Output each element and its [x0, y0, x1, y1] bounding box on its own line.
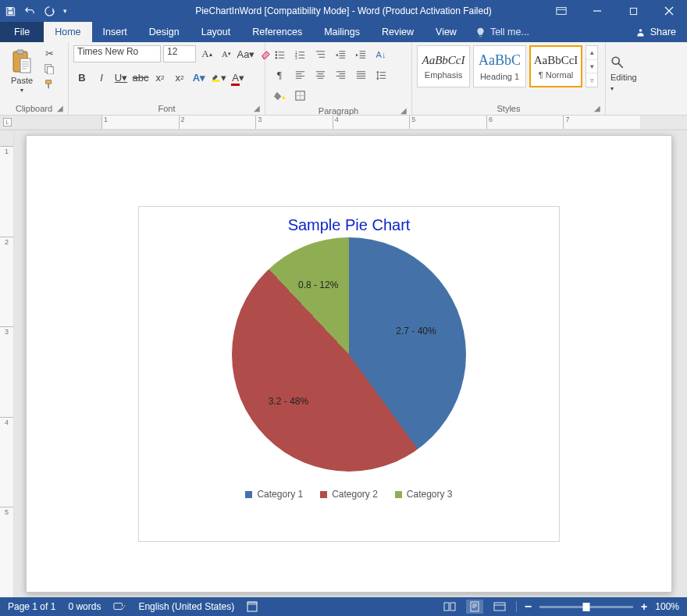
tab-selector[interactable]: L: [3, 118, 12, 126]
styles-expand-icon[interactable]: ▿: [586, 73, 597, 87]
format-painter-button[interactable]: [42, 78, 56, 91]
scissors-icon: ✂: [45, 48, 54, 59]
copy-button[interactable]: [42, 62, 56, 75]
style-emphasis[interactable]: AaBbCcI Emphasis: [417, 45, 470, 87]
text-effects-button[interactable]: A▾: [190, 69, 208, 86]
strikethrough-button[interactable]: abc: [132, 69, 149, 86]
justify-button[interactable]: [351, 66, 370, 84]
line-spacing-icon: [376, 69, 387, 81]
style-normal[interactable]: AaBbCcI ¶ Normal: [529, 45, 582, 87]
close-button[interactable]: [651, 0, 687, 22]
pie-slice-label: 3.2 - 48%: [269, 396, 308, 407]
undo-icon[interactable]: [24, 5, 36, 17]
horizontal-ruler[interactable]: L 1 2 3 4 5 6 7: [0, 116, 687, 130]
grow-font-button[interactable]: A▴: [198, 45, 215, 62]
tab-insert[interactable]: Insert: [92, 22, 138, 42]
style-heading1[interactable]: AaBbC Heading 1: [473, 45, 526, 87]
web-layout-button[interactable]: [491, 600, 508, 614]
tab-file[interactable]: File: [0, 22, 44, 42]
superscript-button[interactable]: x2: [171, 69, 188, 86]
pie-chart: 2.7 - 40%3.2 - 48%0.8 - 12%: [232, 237, 466, 472]
pie-slice-label: 2.7 - 40%: [396, 326, 436, 336]
change-case-button[interactable]: Aa▾: [237, 45, 255, 62]
zoom-slider[interactable]: [539, 606, 633, 608]
svg-rect-8: [212, 80, 220, 81]
italic-button[interactable]: I: [93, 69, 110, 86]
sort-button[interactable]: A↓: [372, 45, 390, 64]
align-center-button[interactable]: [311, 66, 329, 84]
page-indicator[interactable]: Page 1 of 1: [8, 601, 55, 612]
outdent-icon: [335, 49, 347, 61]
legend-swatch: [395, 491, 402, 498]
redo-icon[interactable]: [44, 5, 55, 17]
print-layout-button[interactable]: [466, 600, 483, 614]
cut-button[interactable]: ✂: [42, 47, 56, 59]
svg-rect-20: [247, 602, 257, 605]
bold-button[interactable]: B: [73, 69, 91, 86]
svg-rect-22: [450, 603, 455, 611]
bullets-button[interactable]: [270, 45, 289, 64]
tab-view[interactable]: View: [425, 22, 468, 42]
chevron-up-icon[interactable]: ▴: [586, 46, 597, 60]
ribbon-options-icon[interactable]: [543, 0, 579, 22]
chart-object[interactable]: Sample Pie Chart 2.7 - 40%3.2 - 48%0.8 -…: [138, 206, 560, 542]
legend-swatch: [245, 491, 252, 498]
svg-rect-1: [630, 8, 636, 14]
zoom-in-button[interactable]: +: [641, 600, 647, 613]
document-page[interactable]: Sample Pie Chart 2.7 - 40%3.2 - 48%0.8 -…: [26, 135, 672, 593]
numbering-button[interactable]: 123: [290, 45, 309, 64]
tab-review[interactable]: Review: [371, 22, 425, 42]
zoom-out-button[interactable]: −: [525, 600, 532, 614]
underline-button[interactable]: U▾: [112, 69, 130, 86]
tell-me-search[interactable]: Tell me...: [468, 22, 537, 42]
highlight-button[interactable]: ▾: [210, 69, 227, 86]
tab-design[interactable]: Design: [138, 22, 190, 42]
svg-rect-23: [471, 602, 479, 611]
decrease-indent-button[interactable]: [331, 45, 350, 64]
tab-mailings[interactable]: Mailings: [313, 22, 371, 42]
spellcheck-icon[interactable]: [113, 601, 126, 612]
save-icon[interactable]: [5, 5, 16, 17]
dialog-launcher-icon[interactable]: ◢: [57, 104, 63, 112]
borders-button[interactable]: [290, 86, 309, 105]
minimize-button[interactable]: [579, 0, 615, 22]
maximize-button[interactable]: [615, 0, 651, 22]
styles-gallery-scroll[interactable]: ▴ ▾ ▿: [586, 45, 598, 87]
legend-label: Category 2: [332, 489, 378, 500]
align-left-icon: [294, 69, 306, 81]
tab-references[interactable]: References: [241, 22, 313, 42]
align-left-button[interactable]: [290, 66, 309, 84]
svg-point-9: [275, 51, 276, 52]
word-count[interactable]: 0 words: [68, 601, 101, 612]
legend-swatch: [320, 491, 327, 498]
align-center-icon: [315, 69, 326, 81]
line-spacing-button[interactable]: [372, 66, 390, 84]
macro-icon[interactable]: [247, 601, 258, 612]
dialog-launcher-icon[interactable]: ◢: [594, 104, 600, 112]
dialog-launcher-icon[interactable]: ◢: [400, 106, 407, 115]
shading-button[interactable]: [270, 86, 289, 105]
multilevel-list-button[interactable]: [311, 45, 329, 64]
tab-layout[interactable]: Layout: [190, 22, 242, 42]
font-name-combo[interactable]: Times New Ro: [73, 45, 161, 62]
shrink-font-button[interactable]: A▾: [218, 45, 235, 62]
share-button[interactable]: Share: [625, 22, 687, 42]
pie-slice-label: 0.8 - 12%: [298, 280, 338, 290]
font-size-combo[interactable]: 12: [163, 45, 196, 62]
increase-indent-button[interactable]: [351, 45, 370, 64]
language-indicator[interactable]: English (United States): [138, 601, 234, 612]
vertical-ruler[interactable]: 1 2 3 4 5: [0, 130, 14, 597]
dialog-launcher-icon[interactable]: ◢: [254, 104, 260, 112]
align-right-button[interactable]: [331, 66, 350, 84]
tab-home[interactable]: Home: [44, 22, 91, 42]
font-color-button[interactable]: A▾: [230, 69, 247, 86]
qat-customize-icon[interactable]: ▾: [63, 7, 67, 15]
paste-button[interactable]: Paste ▾: [5, 45, 39, 97]
subscript-button[interactable]: x2: [151, 69, 169, 86]
group-label-font: Font: [158, 104, 175, 113]
editing-button[interactable]: Editing ▾: [610, 45, 653, 102]
chevron-down-icon[interactable]: ▾: [586, 60, 597, 74]
zoom-level[interactable]: 100%: [655, 601, 679, 612]
show-marks-button[interactable]: ¶: [270, 66, 289, 84]
read-mode-button[interactable]: [441, 600, 458, 614]
